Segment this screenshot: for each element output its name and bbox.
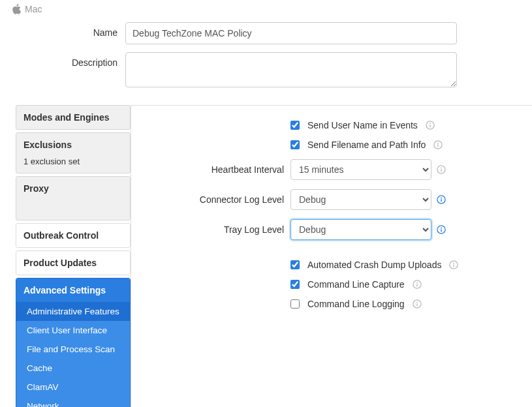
svg-point-16 bbox=[454, 263, 455, 264]
tray-log-select[interactable]: Debug bbox=[290, 219, 431, 240]
cmd-capture-checkbox[interactable] bbox=[290, 280, 300, 289]
sidebar-item-cache[interactable]: Cache bbox=[16, 359, 130, 378]
send-filename-checkbox[interactable] bbox=[290, 140, 300, 149]
send-filename-label: Send Filename and Path Info bbox=[307, 140, 426, 150]
sidebar-item-proxy[interactable]: Proxy bbox=[16, 176, 131, 220]
description-input[interactable] bbox=[125, 52, 457, 87]
sidebar-item-outbreak[interactable]: Outbreak Control bbox=[16, 223, 131, 248]
cmd-logging-checkbox[interactable] bbox=[290, 299, 300, 309]
info-icon[interactable] bbox=[433, 140, 443, 149]
send-username-checkbox[interactable] bbox=[290, 121, 300, 130]
cmd-logging-label: Command Line Logging bbox=[307, 299, 405, 309]
name-input[interactable] bbox=[125, 22, 457, 44]
info-icon[interactable] bbox=[437, 165, 446, 174]
crash-dump-checkbox[interactable] bbox=[290, 260, 300, 269]
info-icon[interactable] bbox=[413, 280, 422, 289]
apple-icon bbox=[12, 4, 21, 14]
crash-dump-label: Automated Crash Dump Uploads bbox=[307, 260, 441, 270]
sidebar-item-modes-engines[interactable]: Modes and Engines bbox=[16, 105, 131, 130]
sidebar-item-file-process-scan[interactable]: File and Process Scan bbox=[16, 340, 130, 359]
svg-point-13 bbox=[441, 228, 442, 229]
sidebar-item-client-ui[interactable]: Client User Interface bbox=[16, 321, 130, 340]
sidebar-item-product-updates[interactable]: Product Updates bbox=[16, 250, 131, 275]
heartbeat-label: Heartbeat Interval bbox=[131, 164, 290, 175]
platform-label: Mac bbox=[25, 4, 42, 14]
sidebar-item-advanced[interactable]: Advanced Settings bbox=[16, 279, 130, 302]
svg-rect-5 bbox=[438, 144, 439, 147]
svg-rect-17 bbox=[454, 264, 454, 267]
info-icon[interactable] bbox=[426, 121, 435, 130]
svg-point-7 bbox=[441, 168, 442, 169]
svg-point-22 bbox=[416, 302, 418, 303]
info-icon[interactable] bbox=[449, 260, 458, 269]
sidebar-item-admin-features[interactable]: Administrative Features bbox=[16, 302, 130, 321]
info-icon[interactable] bbox=[437, 225, 446, 234]
svg-rect-20 bbox=[416, 284, 417, 286]
svg-rect-23 bbox=[416, 303, 417, 306]
svg-rect-8 bbox=[441, 169, 441, 172]
tray-log-label: Tray Log Level bbox=[131, 224, 290, 235]
connector-log-label: Connector Log Level bbox=[131, 194, 290, 205]
svg-point-1 bbox=[430, 123, 431, 125]
heartbeat-select[interactable]: 15 minutes bbox=[290, 159, 431, 180]
send-username-label: Send User Name in Events bbox=[307, 120, 418, 130]
cmd-capture-label: Command Line Capture bbox=[307, 279, 405, 290]
name-label: Name bbox=[0, 22, 125, 38]
svg-rect-2 bbox=[430, 125, 430, 127]
svg-point-10 bbox=[441, 198, 442, 199]
svg-point-4 bbox=[437, 143, 439, 144]
description-label: Description bbox=[0, 52, 125, 68]
svg-rect-11 bbox=[441, 199, 441, 202]
svg-rect-14 bbox=[441, 229, 441, 232]
info-icon[interactable] bbox=[413, 299, 422, 309]
sidebar-item-network[interactable]: Network bbox=[16, 397, 130, 407]
sidebar-item-clamav[interactable]: ClamAV bbox=[16, 378, 130, 397]
svg-point-19 bbox=[416, 282, 418, 284]
sidebar-item-exclusions[interactable]: Exclusions 1 exclusion set bbox=[16, 132, 131, 173]
info-icon[interactable] bbox=[437, 195, 446, 204]
connector-log-select[interactable]: Debug bbox=[290, 189, 431, 210]
exclusions-count: 1 exclusion set bbox=[16, 157, 130, 173]
